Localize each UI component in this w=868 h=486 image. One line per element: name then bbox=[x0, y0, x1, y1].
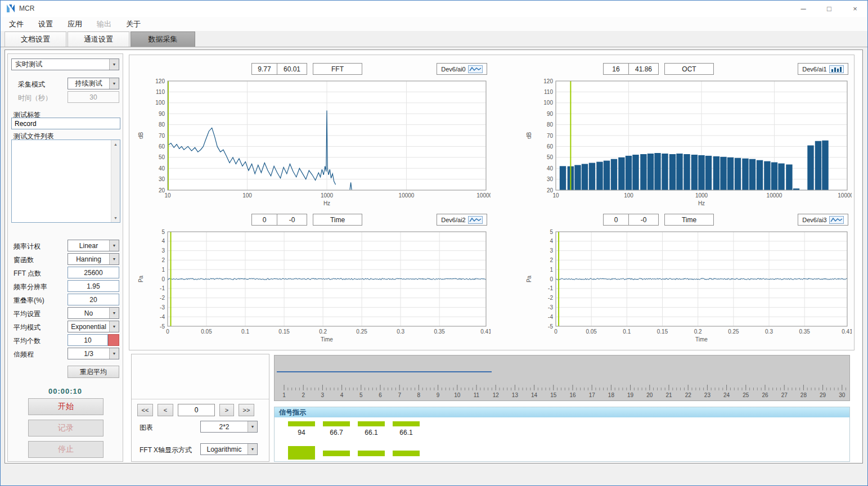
time3-channel-box[interactable]: Dev6/ai3 bbox=[798, 214, 848, 226]
chevron-down-icon: ▼ bbox=[109, 348, 119, 359]
page-first-button[interactable]: << bbox=[137, 404, 153, 416]
test-label-input[interactable] bbox=[11, 118, 120, 129]
svg-text:14: 14 bbox=[531, 392, 538, 398]
chart-layout-select[interactable]: 2*2 ▼ bbox=[200, 421, 258, 433]
file-list-scrollbar[interactable]: ▲ ▼ bbox=[111, 140, 120, 222]
level-value-2: 66.7 bbox=[323, 429, 350, 436]
overlap-input[interactable] bbox=[68, 294, 119, 305]
octave-select[interactable]: 1/3 ▼ bbox=[68, 348, 119, 359]
menu-apply[interactable]: 应用 bbox=[60, 17, 89, 32]
fft-points-input[interactable] bbox=[68, 267, 119, 278]
menu-file[interactable]: 文件 bbox=[2, 17, 31, 32]
svg-text:-2: -2 bbox=[160, 295, 165, 301]
page-prev-button[interactable]: < bbox=[158, 404, 173, 416]
oct-cursor-y-box: 41.86 bbox=[628, 63, 659, 75]
freq-resolution-input[interactable] bbox=[68, 280, 119, 292]
average-count-label: 平均个数 bbox=[14, 336, 41, 346]
svg-text:60: 60 bbox=[547, 143, 554, 150]
svg-text:24: 24 bbox=[723, 392, 730, 398]
minimize-button[interactable]: ─ bbox=[790, 0, 816, 17]
scroll-up-icon[interactable]: ▲ bbox=[111, 140, 120, 148]
tab-data-acquisition[interactable]: 数据采集 bbox=[131, 32, 195, 47]
content-area: 实时测试 ▼ 采集模式 持续测试 ▼ 时间（秒） 测试标签 测试文件列表 ▲ ▼ bbox=[5, 50, 863, 464]
svg-text:Time: Time bbox=[695, 336, 708, 343]
average-setting-select[interactable]: No ▼ bbox=[68, 307, 119, 319]
svg-text:1: 1 bbox=[282, 392, 286, 398]
average-mode-select[interactable]: Exponential ▼ bbox=[68, 321, 119, 332]
svg-text:30: 30 bbox=[839, 392, 845, 398]
tab-document-settings[interactable]: 文档设置 bbox=[5, 32, 66, 47]
page-number-input[interactable] bbox=[178, 404, 215, 416]
duration-input[interactable] bbox=[68, 91, 119, 103]
freq-weighting-select[interactable]: Linear ▼ bbox=[68, 240, 119, 251]
level-meter-bar-4 bbox=[393, 421, 420, 426]
channel-name: Dev6/ai1 bbox=[802, 66, 826, 73]
oct-plot[interactable]: 2030405060708090100110120101001000100001… bbox=[523, 79, 852, 208]
time-ai2-plot[interactable]: -5-4-3-2-101234500.050.10.150.20.250.30.… bbox=[135, 230, 491, 344]
chevron-down-icon: ▼ bbox=[248, 444, 257, 454]
chevron-down-icon: ▼ bbox=[109, 78, 119, 89]
fft-cursor-y-box: 60.01 bbox=[277, 63, 307, 75]
svg-text:27: 27 bbox=[781, 392, 788, 398]
svg-text:0.35: 0.35 bbox=[799, 328, 810, 335]
restart-average-button[interactable]: 重启平均 bbox=[68, 366, 119, 378]
svg-text:0.05: 0.05 bbox=[586, 328, 597, 335]
svg-text:Hz: Hz bbox=[698, 200, 705, 206]
acq-mode-select[interactable]: 持续测试 ▼ bbox=[68, 78, 119, 89]
line-chart-icon bbox=[468, 65, 483, 73]
fft-xaxis-select[interactable]: Logarithmic ▼ bbox=[200, 443, 258, 455]
start-button[interactable]: 开始 bbox=[28, 398, 104, 415]
chart-fft-cell: 9.77 60.01 FFT Dev6/ai0 2030405060708090… bbox=[135, 60, 491, 209]
svg-text:15: 15 bbox=[550, 392, 557, 398]
test-mode-value: 实时测试 bbox=[12, 59, 109, 70]
time-ai3-plot[interactable]: -5-4-3-2-101234500.050.10.150.20.250.30.… bbox=[523, 230, 852, 344]
tab-channel-settings[interactable]: 通道设置 bbox=[68, 32, 129, 47]
svg-text:4: 4 bbox=[550, 238, 553, 244]
menu-output[interactable]: 输出 bbox=[89, 17, 119, 32]
svg-text:4: 4 bbox=[161, 238, 165, 244]
record-timeline-ruler[interactable]: 1234567891011121314151617181920212223242… bbox=[274, 355, 850, 401]
window-controls: ─ □ × bbox=[790, 0, 868, 17]
svg-text:30: 30 bbox=[547, 176, 554, 182]
svg-text:90: 90 bbox=[159, 111, 165, 117]
svg-text:10000: 10000 bbox=[767, 192, 782, 199]
level-value-3: 66.1 bbox=[358, 429, 385, 436]
svg-text:Pa: Pa bbox=[526, 275, 532, 282]
svg-text:100: 100 bbox=[155, 100, 165, 106]
fft-plot[interactable]: 2030405060708090100110120101001000100001… bbox=[135, 79, 491, 208]
svg-text:100: 100 bbox=[242, 192, 252, 199]
elapsed-time: 00:00:10 bbox=[8, 387, 123, 395]
menu-settings[interactable]: 设置 bbox=[31, 17, 60, 32]
maximize-button[interactable]: □ bbox=[816, 0, 842, 17]
stop-button[interactable]: 停止 bbox=[28, 441, 104, 458]
svg-text:0: 0 bbox=[166, 328, 169, 335]
tabbar: 文档设置 通道设置 数据采集 bbox=[0, 31, 868, 47]
fft-channel-box[interactable]: Dev6/ai0 bbox=[437, 63, 487, 75]
page-next-button[interactable]: > bbox=[219, 404, 234, 416]
svg-text:40: 40 bbox=[159, 165, 165, 172]
svg-text:0.2: 0.2 bbox=[319, 328, 327, 335]
titlebar: MCR ─ □ × bbox=[0, 0, 868, 17]
level-value-4: 66.1 bbox=[393, 429, 420, 436]
svg-text:100000: 100000 bbox=[838, 192, 852, 199]
divider bbox=[132, 399, 269, 399]
signal-indicator-4 bbox=[393, 451, 420, 456]
svg-text:100: 100 bbox=[543, 100, 553, 106]
svg-text:-2: -2 bbox=[548, 295, 553, 301]
test-file-list[interactable]: ▲ ▼ bbox=[11, 140, 120, 223]
svg-text:2: 2 bbox=[161, 257, 165, 263]
freq-resolution-label: 频率分辨率 bbox=[14, 282, 47, 292]
test-mode-select[interactable]: 实时测试 ▼ bbox=[11, 58, 119, 70]
average-count-input[interactable] bbox=[68, 334, 108, 346]
close-button[interactable]: × bbox=[842, 0, 868, 17]
channel-name: Dev6/ai0 bbox=[441, 66, 465, 73]
svg-text:10: 10 bbox=[454, 392, 461, 398]
time2-channel-box[interactable]: Dev6/ai2 bbox=[437, 214, 487, 226]
record-button[interactable]: 记录 bbox=[28, 420, 104, 436]
menu-about[interactable]: 关于 bbox=[119, 17, 148, 32]
oct-channel-box[interactable]: Dev6/ai1 bbox=[798, 63, 848, 75]
scroll-down-icon[interactable]: ▼ bbox=[111, 214, 120, 222]
page-last-button[interactable]: >> bbox=[239, 404, 254, 416]
window-function-select[interactable]: Hanning ▼ bbox=[68, 253, 119, 265]
line-chart-icon bbox=[829, 216, 844, 224]
